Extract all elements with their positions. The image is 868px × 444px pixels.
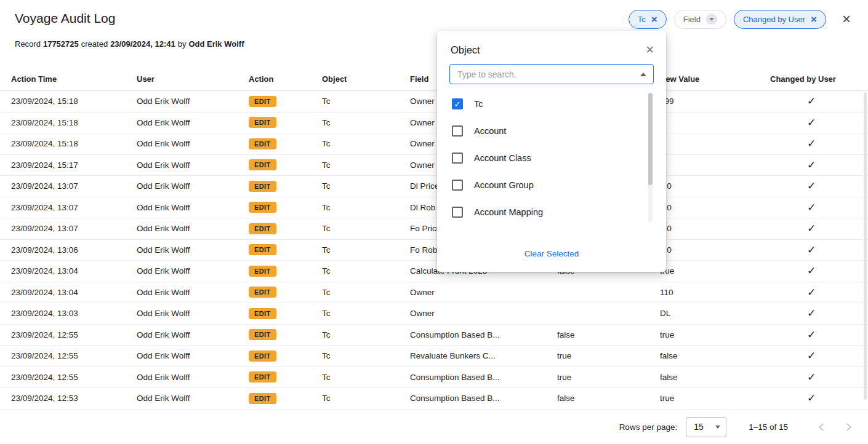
changed-check-icon: ✓	[807, 138, 816, 149]
edit-action-badge: EDIT	[249, 223, 276, 234]
cell-user: Odd Erik Wolff	[137, 288, 249, 297]
pagination-range: 1–15 of 15	[749, 422, 788, 432]
edit-action-badge: EDIT	[249, 138, 276, 149]
column-header-action-time: Action Time	[0, 74, 137, 84]
table-row: 23/09/2024, 15:18 Odd Erik Wolff EDIT Tc…	[0, 113, 868, 134]
object-option[interactable]: ✓ Account Group	[437, 172, 666, 199]
cell-user: Odd Erik Wolff	[137, 97, 249, 106]
changed-check-icon: ✓	[807, 244, 816, 256]
cell-changed-by-user: ✓	[770, 180, 868, 192]
rows-per-page-value: 15	[694, 422, 704, 432]
cell-action: EDIT	[249, 371, 322, 383]
cell-object: Tc	[322, 161, 410, 170]
cell-object: Tc	[322, 373, 410, 382]
table-row: 23/09/2024, 13:06 Odd Erik Wolff EDIT Tc…	[0, 240, 868, 261]
filter-chip-changed-by-user[interactable]: Changed by User ×	[734, 10, 826, 29]
audit-log-table: Action Time User Action Object Field Old…	[0, 68, 868, 410]
cell-changed-by-user: ✓	[770, 307, 868, 320]
cell-user: Odd Erik Wolff	[137, 394, 249, 403]
changed-check-icon: ✓	[807, 371, 816, 383]
cell-action-time: 23/09/2024, 12:55	[0, 330, 137, 339]
column-header-new-value: New Value	[660, 74, 770, 84]
previous-page-button[interactable]	[813, 418, 830, 435]
clear-selected-button[interactable]: Clear Selected	[524, 249, 579, 258]
cell-old-value: false	[557, 330, 660, 339]
cell-action-time: 23/09/2024, 13:07	[0, 224, 137, 233]
changed-check-icon: ✓	[807, 265, 816, 277]
checkbox[interactable]: ✓	[452, 125, 463, 137]
checkbox[interactable]: ✓	[452, 153, 463, 164]
cell-new-value: ..	[660, 161, 770, 170]
object-option-label: Account	[474, 126, 506, 136]
pagination-bar: Rows per page: 15 1–15 of 15	[619, 416, 857, 438]
rows-per-page-select[interactable]: 15	[686, 417, 726, 437]
field-dropdown-icon[interactable]	[706, 14, 717, 25]
checkbox[interactable]: ✓	[452, 207, 463, 218]
cell-user: Odd Erik Wolff	[137, 224, 249, 233]
remove-tc-filter-icon[interactable]: ×	[651, 14, 657, 25]
cell-new-value: 110	[660, 288, 770, 297]
changed-check-icon: ✓	[807, 329, 816, 341]
cell-action: EDIT	[249, 138, 322, 149]
filter-chip-tc[interactable]: Tc ×	[629, 10, 667, 29]
checkbox[interactable]: ✓	[452, 98, 463, 109]
edit-action-badge: EDIT	[249, 159, 276, 170]
cell-changed-by-user: ✓	[770, 137, 868, 150]
table-row: 23/09/2024, 13:07 Odd Erik Wolff EDIT Tc…	[0, 218, 868, 240]
cell-changed-by-user: ✓	[770, 222, 868, 235]
cell-action: EDIT	[249, 117, 322, 128]
object-option-label: Account Mapping	[474, 207, 543, 217]
vertical-scrollbar[interactable]	[864, 92, 867, 400]
object-option[interactable]: ✓ Account	[437, 117, 666, 145]
table-row: 23/09/2024, 13:04 Odd Erik Wolff EDIT Tc…	[0, 282, 868, 304]
changed-check-icon: ✓	[807, 117, 816, 129]
popup-close-icon[interactable]: ×	[646, 43, 654, 57]
checkbox[interactable]: ✓	[452, 180, 463, 191]
object-search-input[interactable]	[449, 64, 654, 84]
popup-scrollbar-thumb[interactable]	[648, 93, 653, 185]
object-option-label: Account Class	[474, 153, 531, 163]
cell-changed-by-user: ✓	[770, 201, 868, 214]
cell-action: EDIT	[249, 287, 322, 298]
cell-user: Odd Erik Wolff	[137, 245, 249, 255]
close-icon[interactable]: ×	[842, 12, 851, 26]
column-header-action: Action	[249, 74, 322, 84]
filter-bar: Tc × Field Changed by User × ×	[629, 9, 851, 30]
created-at: 23/09/2024, 12:41	[110, 39, 175, 49]
cell-user: Odd Erik Wolff	[137, 351, 249, 360]
clear-selected-row: Clear Selected	[437, 249, 666, 258]
cell-changed-by-user: ✓	[770, 328, 868, 341]
popup-header: Object ×	[437, 31, 666, 64]
cell-action-time: 23/09/2024, 12:53	[0, 394, 137, 403]
cell-action-time: 23/09/2024, 12:55	[0, 351, 137, 360]
changed-check-icon: ✓	[807, 392, 816, 404]
cell-action-time: 23/09/2024, 15:18	[0, 139, 137, 148]
cell-object: Tc	[322, 181, 410, 191]
cell-object: Tc	[322, 351, 410, 360]
cell-action: EDIT	[249, 244, 322, 255]
cell-object: Tc	[322, 288, 410, 297]
cell-action: EDIT	[249, 393, 322, 404]
cell-new-value: true	[660, 330, 770, 339]
cell-user: Odd Erik Wolff	[137, 309, 249, 318]
popup-scrollbar[interactable]	[648, 93, 653, 222]
cell-action-time: 23/09/2024, 15:18	[0, 118, 137, 127]
cell-old-value: true	[557, 351, 660, 360]
cell-object: Tc	[322, 266, 410, 276]
object-option[interactable]: ✓ Tc	[437, 90, 666, 117]
cell-action-time: 23/09/2024, 15:18	[0, 97, 137, 106]
object-option[interactable]: ✓ Account Mapping	[437, 199, 666, 226]
object-option[interactable]: ✓ Account Class	[437, 145, 666, 172]
filter-chip-field[interactable]: Field	[674, 10, 726, 29]
edit-action-badge: EDIT	[249, 202, 276, 213]
cell-action-time: 23/09/2024, 13:04	[0, 288, 137, 297]
by-word: by	[178, 39, 187, 49]
chevron-right-icon	[843, 423, 851, 431]
edit-action-badge: EDIT	[249, 287, 276, 298]
remove-changed-filter-icon[interactable]: ×	[811, 14, 817, 25]
cell-field: Owner	[410, 309, 557, 318]
cell-action-time: 23/09/2024, 13:06	[0, 245, 137, 255]
cell-changed-by-user: ✓	[770, 371, 868, 384]
cell-new-value: false	[660, 351, 770, 360]
next-page-button[interactable]	[840, 418, 857, 435]
